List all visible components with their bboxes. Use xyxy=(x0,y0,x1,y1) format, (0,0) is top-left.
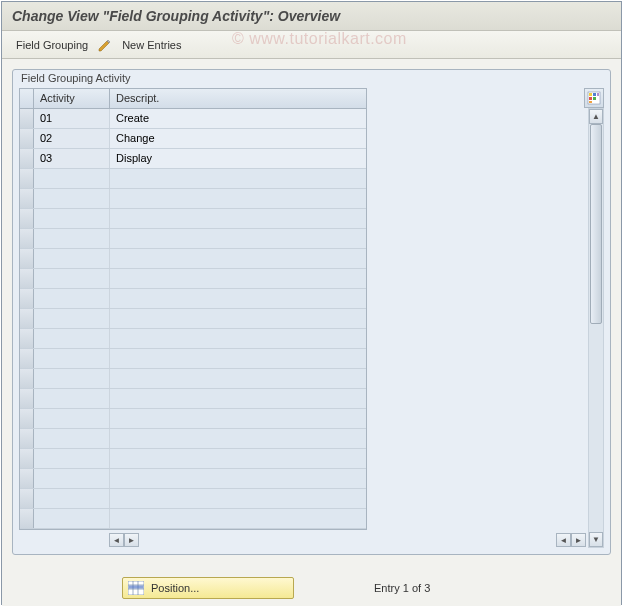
new-entries-button[interactable]: New Entries xyxy=(118,39,185,51)
table-row[interactable] xyxy=(20,189,366,209)
table-row[interactable] xyxy=(20,429,366,449)
row-marker[interactable] xyxy=(20,209,34,228)
row-marker[interactable] xyxy=(20,449,34,468)
cell-activity[interactable] xyxy=(34,369,110,388)
cell-activity[interactable] xyxy=(34,449,110,468)
cell-descript[interactable] xyxy=(110,189,366,208)
cell-descript[interactable]: Create xyxy=(110,109,366,128)
row-marker[interactable] xyxy=(20,509,34,528)
cell-activity[interactable] xyxy=(34,469,110,488)
cell-activity[interactable]: 02 xyxy=(34,129,110,148)
cell-descript[interactable] xyxy=(110,229,366,248)
field-grouping-button[interactable]: Field Grouping xyxy=(12,39,92,51)
row-marker[interactable] xyxy=(20,269,34,288)
cell-descript[interactable] xyxy=(110,209,366,228)
col-activity[interactable]: Activity xyxy=(34,89,110,108)
cell-descript[interactable] xyxy=(110,269,366,288)
cell-activity[interactable]: 01 xyxy=(34,109,110,128)
row-marker[interactable] xyxy=(20,369,34,388)
cell-activity[interactable] xyxy=(34,229,110,248)
row-marker[interactable] xyxy=(20,109,34,128)
table-row[interactable] xyxy=(20,289,366,309)
hscroll-left-button-2[interactable]: ◄ xyxy=(556,533,571,547)
cell-activity[interactable]: 03 xyxy=(34,149,110,168)
pencil-icon[interactable] xyxy=(96,36,114,54)
cell-descript[interactable] xyxy=(110,349,366,368)
cell-descript[interactable] xyxy=(110,249,366,268)
cell-descript[interactable]: Display xyxy=(110,149,366,168)
cell-activity[interactable] xyxy=(34,509,110,528)
table-row[interactable] xyxy=(20,369,366,389)
position-button[interactable]: Position... xyxy=(122,577,294,599)
cell-activity[interactable] xyxy=(34,269,110,288)
cell-activity[interactable] xyxy=(34,489,110,508)
cell-descript[interactable] xyxy=(110,429,366,448)
cell-activity[interactable] xyxy=(34,389,110,408)
table-row[interactable] xyxy=(20,349,366,369)
row-marker[interactable] xyxy=(20,329,34,348)
cell-activity[interactable] xyxy=(34,189,110,208)
row-marker[interactable] xyxy=(20,169,34,188)
hscroll-left-button[interactable]: ◄ xyxy=(109,533,124,547)
cell-activity[interactable] xyxy=(34,169,110,188)
table-row[interactable] xyxy=(20,209,366,229)
row-marker[interactable] xyxy=(20,129,34,148)
cell-descript[interactable] xyxy=(110,169,366,188)
scroll-thumb[interactable] xyxy=(590,124,602,324)
cell-descript[interactable] xyxy=(110,509,366,528)
row-marker[interactable] xyxy=(20,349,34,368)
cell-activity[interactable] xyxy=(34,249,110,268)
cell-descript[interactable] xyxy=(110,469,366,488)
vertical-scrollbar[interactable]: ▲ ▼ xyxy=(588,108,604,548)
row-marker-header[interactable] xyxy=(20,89,34,108)
cell-descript[interactable] xyxy=(110,409,366,428)
scroll-down-button[interactable]: ▼ xyxy=(589,532,603,547)
cell-activity[interactable] xyxy=(34,309,110,328)
table-row[interactable] xyxy=(20,389,366,409)
row-marker[interactable] xyxy=(20,409,34,428)
table-settings-icon[interactable] xyxy=(584,88,604,108)
cell-descript[interactable] xyxy=(110,369,366,388)
cell-descript[interactable] xyxy=(110,329,366,348)
cell-descript[interactable] xyxy=(110,289,366,308)
cell-descript[interactable] xyxy=(110,309,366,328)
cell-descript[interactable] xyxy=(110,389,366,408)
hscroll-right-button[interactable]: ► xyxy=(124,533,139,547)
row-marker[interactable] xyxy=(20,229,34,248)
row-marker[interactable] xyxy=(20,289,34,308)
cell-activity[interactable] xyxy=(34,429,110,448)
row-marker[interactable] xyxy=(20,489,34,508)
col-descript[interactable]: Descript. xyxy=(110,89,366,108)
table-row[interactable]: 02Change xyxy=(20,129,366,149)
row-marker[interactable] xyxy=(20,389,34,408)
cell-activity[interactable] xyxy=(34,329,110,348)
table-row[interactable] xyxy=(20,489,366,509)
cell-descript[interactable] xyxy=(110,449,366,468)
table-row[interactable] xyxy=(20,309,366,329)
cell-activity[interactable] xyxy=(34,349,110,368)
row-marker[interactable] xyxy=(20,429,34,448)
table-row[interactable]: 01Create xyxy=(20,109,366,129)
table-row[interactable] xyxy=(20,469,366,489)
table-row[interactable] xyxy=(20,409,366,429)
row-marker[interactable] xyxy=(20,189,34,208)
table-row[interactable]: 03Display xyxy=(20,149,366,169)
table-row[interactable] xyxy=(20,269,366,289)
table-row[interactable] xyxy=(20,329,366,349)
cell-activity[interactable] xyxy=(34,409,110,428)
table-row[interactable] xyxy=(20,169,366,189)
hscroll-right-button-2[interactable]: ► xyxy=(571,533,586,547)
table-row[interactable] xyxy=(20,449,366,469)
table-row[interactable] xyxy=(20,229,366,249)
row-marker[interactable] xyxy=(20,149,34,168)
scroll-track[interactable] xyxy=(589,124,603,532)
cell-descript[interactable]: Change xyxy=(110,129,366,148)
table-row[interactable] xyxy=(20,509,366,529)
row-marker[interactable] xyxy=(20,249,34,268)
row-marker[interactable] xyxy=(20,469,34,488)
cell-activity[interactable] xyxy=(34,209,110,228)
row-marker[interactable] xyxy=(20,309,34,328)
table-row[interactable] xyxy=(20,249,366,269)
cell-activity[interactable] xyxy=(34,289,110,308)
cell-descript[interactable] xyxy=(110,489,366,508)
